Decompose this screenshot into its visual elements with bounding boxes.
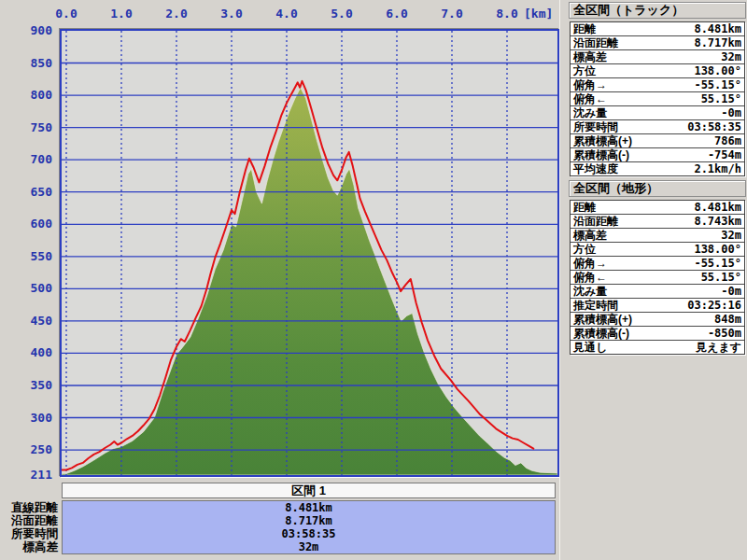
segment-values-box: 8.481km8.717km03:58:3532m [62, 500, 556, 554]
y-tick-label: 650 [4, 186, 52, 199]
stat-value: -0m [721, 106, 741, 119]
stat-value: -754m [708, 148, 741, 161]
stat-value: -0m [721, 285, 741, 298]
x-tick-label: 4.0 [275, 7, 297, 21]
stat-value: 見えます [696, 340, 741, 356]
y-tick-label: 700 [4, 153, 52, 166]
stat-value: 03:25:16 [687, 299, 741, 312]
x-tick-label: 1.0 [110, 7, 132, 21]
segment-title: 区間 1 [291, 483, 326, 497]
track-section-header: 全区間（トラック） [569, 2, 746, 19]
y-tick-label: 550 [4, 250, 52, 263]
segment-value: 32m [63, 540, 555, 553]
stat-value: 848m [714, 313, 741, 326]
stat-value: 2.1km/h [694, 162, 741, 175]
stat-value: 8.481km [694, 22, 741, 35]
y-tick-label: 450 [4, 315, 52, 328]
stat-value: 786m [714, 134, 741, 147]
stat-value: 8.743km [694, 215, 741, 228]
x-tick-label: 3.0 [220, 7, 242, 21]
stat-value: -55.15° [694, 257, 741, 270]
y-tick-label: 250 [4, 443, 52, 456]
segment-value: 8.717km [63, 514, 555, 527]
stat-value: 138.00° [694, 243, 741, 256]
stat-value: -55.15° [694, 78, 741, 91]
segment-label: 標高差 [0, 540, 58, 553]
x-tick-label: 7.0 [441, 7, 462, 21]
terrain-section-title: 全区間（地形） [573, 181, 658, 195]
y-tick-label: 500 [4, 282, 52, 295]
segment-value: 8.481km [63, 501, 555, 514]
terrain-section-header: 全区間（地形） [569, 180, 746, 197]
segment-label: 直線距離 [0, 501, 58, 514]
segment-label: 沿面距離 [0, 514, 58, 527]
stat-row: 見通し見えます [571, 341, 744, 354]
stat-value: 32m [721, 229, 741, 242]
x-axis-unit-label: [km] [524, 7, 553, 21]
segment-label: 所要時間 [0, 527, 58, 540]
elevation-chart-pane: 0.01.02.03.04.05.06.07.08.0 [km] 9008508… [0, 0, 560, 560]
stat-value: 55.15° [701, 92, 741, 105]
elevation-plot-area[interactable] [60, 29, 559, 477]
y-tick-label: 850 [4, 57, 52, 70]
y-tick-label: 900 [4, 24, 52, 37]
x-tick-label: 6.0 [386, 7, 407, 21]
stat-row: 平均速度2.1km/h [571, 162, 744, 175]
stat-row: 標高差32m [571, 50, 744, 64]
stat-label: 見通し [573, 340, 607, 356]
x-tick-label: 8.0 [496, 7, 517, 21]
x-tick-label: 2.0 [165, 7, 187, 21]
elevation-profile-window: { "colors": { "window_bg": "#d6d3ce", "p… [0, 0, 747, 560]
y-tick-label: 211 [4, 469, 52, 482]
y-tick-label: 300 [4, 412, 52, 425]
stat-row: 標高差32m [571, 229, 744, 243]
stat-value: -850m [708, 327, 741, 340]
stat-value: 8.717km [694, 36, 741, 49]
track-stats-table: 距離8.481km沿面距離8.717km標高差32m方位138.00°俯角→-5… [570, 21, 745, 176]
y-tick-label: 600 [4, 217, 52, 231]
y-tick-label: 350 [4, 379, 52, 392]
elevation-profile-svg [62, 31, 557, 475]
track-section-title: 全区間（トラック） [573, 3, 684, 17]
y-tick-label: 800 [4, 89, 52, 102]
stat-value: 03:58:35 [687, 120, 741, 133]
stat-value: 32m [721, 50, 741, 63]
segment-header: 区間 1 [62, 483, 556, 498]
y-tick-label: 400 [4, 346, 52, 359]
terrain-stats-table: 距離8.481km沿面距離8.743km標高差32m方位138.00°俯角→-5… [570, 200, 745, 355]
x-tick-label: 5.0 [331, 7, 352, 21]
stat-label: 平均速度 [573, 161, 618, 177]
x-tick-label: 0.0 [55, 7, 77, 21]
stat-value: 138.00° [694, 64, 741, 77]
stat-value: 8.481km [694, 201, 741, 214]
y-tick-label: 750 [4, 121, 52, 134]
stats-panel: 全区間（トラック） 距離8.481km沿面距離8.717km標高差32m方位13… [568, 0, 747, 560]
stat-value: 55.15° [701, 271, 741, 284]
segment-value: 03:58:35 [63, 527, 555, 540]
